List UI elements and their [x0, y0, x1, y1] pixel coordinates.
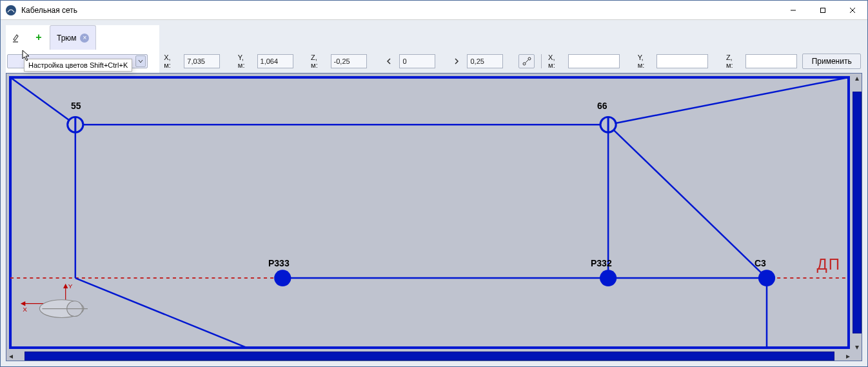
- scroll-right-icon[interactable]: ▸: [843, 352, 853, 361]
- chevron-down-icon: [135, 55, 146, 67]
- svg-line-15: [608, 77, 849, 124]
- apply-button[interactable]: Применить: [802, 54, 861, 69]
- content: + Трюм × Настройка цветов Shift+Ctrl+K: [6, 25, 862, 361]
- svg-rect-9: [10, 77, 849, 348]
- range-next-button[interactable]: [451, 54, 462, 68]
- x2-input[interactable]: [568, 54, 620, 68]
- svg-point-26: [600, 270, 616, 286]
- node-label-c3: С3: [755, 258, 766, 268]
- svg-point-27: [758, 270, 775, 286]
- add-tab-button[interactable]: +: [28, 25, 50, 50]
- window-title: Кабельная сеть: [21, 6, 77, 15]
- minimize-button[interactable]: [778, 1, 808, 20]
- svg-point-7: [528, 57, 531, 60]
- z-input[interactable]: [331, 54, 367, 68]
- maximize-button[interactable]: [808, 1, 838, 20]
- tab-label: Трюм: [57, 34, 76, 43]
- window: Кабельная сеть + Трюм ×: [0, 0, 868, 367]
- tooltip: Настройка цветов Shift+Ctrl+K: [24, 59, 132, 72]
- svg-point-6: [523, 63, 526, 65]
- svg-point-25: [274, 270, 291, 286]
- close-button[interactable]: [838, 1, 867, 20]
- canvas-inner[interactable]: Y X 55 66 Р333 Р332 С3 ДП: [6, 74, 853, 352]
- window-controls: [778, 1, 867, 20]
- svg-line-8: [525, 60, 528, 63]
- svg-text:Y: Y: [68, 283, 73, 290]
- range-prev-button[interactable]: [383, 54, 394, 68]
- range-hi-input[interactable]: [467, 54, 503, 68]
- horizontal-scrollbar[interactable]: ◂ ▸: [6, 352, 853, 361]
- z2-input[interactable]: [745, 54, 797, 68]
- hscroll-track[interactable]: [25, 352, 834, 361]
- y-input[interactable]: [257, 54, 293, 68]
- tab-close-icon[interactable]: ×: [80, 34, 89, 43]
- vertical-scrollbar[interactable]: ▴ ▾: [853, 74, 862, 352]
- separator: [541, 54, 542, 68]
- node-label-66: 66: [597, 101, 607, 111]
- x-input[interactable]: [184, 54, 220, 68]
- titlebar: Кабельная сеть: [1, 1, 867, 20]
- color-settings-button[interactable]: [6, 25, 28, 50]
- y-label: Y, м:: [238, 54, 252, 69]
- canvas[interactable]: Y X 55 66 Р333 Р332 С3 ДП ▴: [6, 73, 862, 361]
- svg-point-0: [6, 6, 15, 15]
- vscroll-track[interactable]: [853, 92, 862, 333]
- dp-label: ДП: [816, 255, 841, 273]
- y2-label: Y, м:: [638, 54, 652, 69]
- scroll-up-icon[interactable]: ▴: [853, 74, 862, 83]
- link-tool-button[interactable]: [518, 54, 535, 68]
- x-label: X, м:: [164, 54, 179, 69]
- z-label: Z, м:: [311, 54, 325, 69]
- app-icon: [6, 5, 16, 15]
- cursor-icon: [22, 50, 31, 61]
- node-label-p333: Р333: [268, 258, 290, 268]
- x2-label: X, м:: [548, 54, 563, 69]
- svg-line-11: [10, 77, 75, 124]
- range-lo-input[interactable]: [399, 54, 435, 68]
- tab-tryum[interactable]: Трюм ×: [50, 25, 96, 50]
- y2-input[interactable]: [656, 54, 708, 68]
- node-label-p332: Р332: [591, 258, 612, 268]
- svg-line-14: [75, 278, 247, 348]
- title-left: Кабельная сеть: [1, 5, 77, 15]
- z2-label: Z, м:: [726, 54, 740, 69]
- scroll-left-icon[interactable]: ◂: [6, 352, 15, 361]
- scroll-down-icon[interactable]: ▾: [853, 342, 862, 352]
- diagram-svg: Y X: [6, 74, 853, 352]
- svg-rect-2: [821, 8, 825, 12]
- svg-text:X: X: [23, 306, 27, 313]
- svg-line-17: [608, 124, 767, 278]
- node-label-55: 55: [71, 101, 81, 111]
